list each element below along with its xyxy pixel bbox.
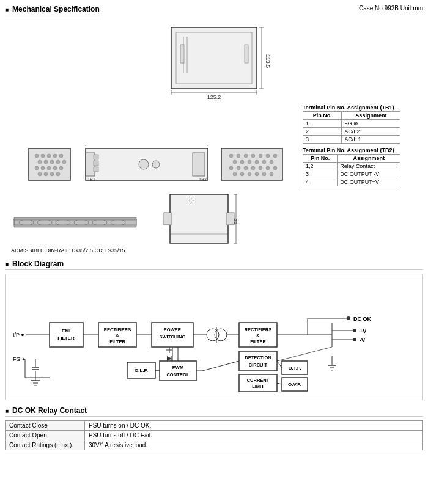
table-row: Contact Open PSU turns off / DC Fail.	[6, 431, 423, 440]
svg-point-64	[262, 160, 266, 164]
svg-text:O.T.P.: O.T.P.	[288, 365, 301, 371]
svg-rect-5	[245, 45, 248, 63]
top-view-drawing: 113.5 125.2	[153, 21, 275, 101]
svg-text:DC OK: DC OK	[353, 316, 372, 322]
svg-text:EMI: EMI	[62, 328, 70, 334]
mech-title: Mechanical Specification	[5, 5, 100, 15]
relay-contact-section: DC OK Relay Contact Contact Close PSU tu…	[5, 406, 423, 450]
svg-text:FG ●: FG ●	[13, 356, 25, 362]
svg-rect-52	[221, 148, 282, 180]
tb1-title: Terminal Pin No. Assignment (TB1)	[303, 104, 400, 111]
left-view: 40	[28, 145, 73, 186]
table-row: 3 AC/L 1	[303, 136, 400, 144]
svg-point-58	[266, 154, 270, 158]
relay-row2-value: PSU turns off / DC Fail.	[85, 431, 423, 440]
tb1-col1: Pin No.	[303, 112, 342, 120]
svg-text:&: &	[256, 333, 260, 338]
svg-point-57	[259, 154, 262, 158]
svg-text:&: &	[116, 333, 119, 338]
terminal-tb1: Terminal Pin No. Assignment (TB1) Pin No…	[303, 104, 400, 144]
svg-text:O.V.P.: O.V.P.	[288, 382, 301, 387]
svg-point-68	[244, 166, 248, 170]
svg-rect-14	[29, 148, 70, 180]
svg-point-23	[56, 160, 60, 164]
svg-rect-113	[50, 323, 83, 347]
tb1-row2-pin: 2	[303, 128, 342, 136]
svg-point-24	[62, 160, 66, 164]
svg-text:35: 35	[233, 218, 237, 224]
svg-point-59	[273, 154, 277, 158]
block-diagram-section: Block Diagram I/P ● FG ● EMI FILTER	[5, 260, 423, 400]
svg-rect-93	[164, 213, 171, 225]
svg-text:TB2: TB2	[199, 177, 207, 181]
svg-point-21	[44, 160, 48, 164]
svg-text:I/P ●: I/P ●	[13, 332, 24, 338]
tb1-row2-assign: AC/L2	[342, 128, 400, 136]
mounted-view: 35	[158, 191, 237, 254]
svg-rect-87	[14, 225, 136, 227]
svg-text:CONTROL: CONTROL	[166, 372, 189, 378]
svg-point-19	[59, 154, 63, 158]
svg-marker-163	[167, 356, 172, 361]
svg-rect-41	[94, 161, 98, 166]
svg-point-71	[266, 166, 270, 170]
svg-point-28	[53, 166, 57, 170]
svg-point-56	[251, 154, 255, 158]
tb2-row3-pin: 4	[303, 178, 338, 186]
svg-point-75	[248, 172, 251, 176]
svg-point-78	[270, 172, 273, 176]
svg-text:POWER: POWER	[164, 327, 182, 332]
svg-rect-42	[94, 167, 98, 172]
svg-point-33	[56, 172, 60, 176]
svg-point-60	[233, 160, 237, 164]
svg-point-76	[255, 172, 259, 176]
svg-line-174	[277, 361, 282, 368]
svg-text:RECTIFIERS: RECTIFIERS	[245, 327, 272, 332]
svg-point-72	[273, 166, 277, 170]
svg-rect-79	[14, 219, 136, 225]
svg-point-77	[262, 172, 266, 176]
svg-line-179	[277, 347, 332, 361]
relay-row3-value: 30V/1A resistive load.	[85, 440, 423, 450]
svg-text:CURRENT: CURRENT	[247, 378, 270, 383]
tb2-row3-assign: DC OUTPUT+V	[338, 178, 400, 186]
svg-point-18	[53, 154, 57, 158]
block-diagram: I/P ● FG ● EMI FILTER REC	[8, 277, 425, 396]
tb1-row1-pin: 1	[303, 120, 342, 128]
svg-point-16	[41, 154, 45, 158]
tb1-row1-assign: FG ⊕	[342, 120, 400, 128]
center-view: TB1 TB2 125.2	[83, 145, 211, 186]
svg-text:TB1: TB1	[87, 177, 95, 181]
svg-point-67	[237, 166, 240, 170]
svg-point-17	[47, 154, 51, 158]
svg-line-175	[277, 383, 282, 384]
svg-text:125.2: 125.2	[207, 94, 221, 100]
svg-point-53	[229, 154, 233, 158]
svg-text:FILTER: FILTER	[109, 339, 125, 345]
svg-text:113.5: 113.5	[265, 54, 271, 68]
block-diagram-title: Block Diagram	[5, 260, 423, 270]
svg-point-32	[50, 172, 54, 176]
svg-point-143	[353, 338, 356, 341]
svg-point-69	[251, 166, 255, 170]
svg-point-140	[353, 329, 356, 332]
svg-rect-4	[180, 45, 184, 63]
table-row: Contact Close PSU turns on / DC OK.	[6, 421, 423, 431]
svg-point-26	[41, 166, 45, 170]
mechanical-section: Mechanical Specification Case No.992B Un…	[5, 5, 423, 254]
tb2-row1-assign: Relay Contact	[338, 163, 400, 170]
svg-rect-46	[193, 153, 205, 176]
svg-point-73	[233, 172, 237, 176]
svg-point-61	[240, 160, 244, 164]
svg-point-125	[207, 329, 219, 341]
svg-point-25	[35, 166, 39, 170]
tb2-row1-pin: 1,2	[303, 163, 338, 170]
svg-rect-86	[14, 217, 136, 220]
svg-text:+V: +V	[360, 328, 366, 334]
table-row: 1 FG ⊕	[303, 120, 400, 128]
tb2-col2: Assignment	[338, 155, 400, 163]
tb2-col1: Pin No.	[303, 155, 338, 163]
svg-point-66	[229, 166, 233, 170]
case-info: Case No.992B Unit:mm	[359, 5, 423, 12]
svg-point-27	[47, 166, 51, 170]
